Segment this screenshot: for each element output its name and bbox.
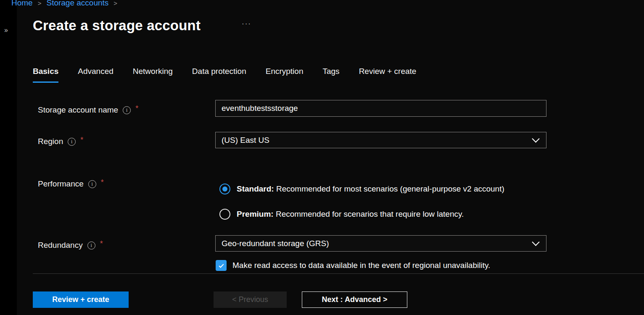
tab-basics[interactable]: Basics	[33, 64, 58, 83]
info-icon[interactable]	[68, 138, 76, 146]
info-icon[interactable]	[123, 106, 131, 114]
review-create-button[interactable]: Review + create	[33, 291, 129, 308]
radio-selected-icon[interactable]	[219, 184, 230, 194]
redundancy-selected-value: Geo-redundant storage (GRS)	[222, 239, 329, 248]
field-label-text: Storage account name	[38, 105, 118, 115]
breadcrumb-separator-icon: >	[113, 0, 117, 7]
expand-sidebar-icon[interactable]: »	[4, 26, 8, 34]
storage-account-name-label: Storage account name *	[38, 105, 138, 115]
collapsed-sidebar: »	[0, 0, 17, 315]
tab-data-protection[interactable]: Data protection	[192, 64, 246, 83]
tab-advanced[interactable]: Advanced	[78, 64, 113, 83]
performance-standard-option[interactable]: Standard: Recommended for most scenarios…	[219, 184, 504, 194]
breadcrumb: Home > Storage accounts >	[11, 0, 117, 8]
breadcrumb-home-link[interactable]: Home	[11, 0, 33, 8]
radio-option-label: Standard: Recommended for most scenarios…	[237, 184, 504, 194]
tab-review-create[interactable]: Review + create	[359, 64, 417, 83]
footer-divider	[33, 273, 644, 274]
next-advanced-button[interactable]: Next : Advanced >	[302, 291, 407, 308]
field-label-text: Region	[38, 137, 63, 146]
breadcrumb-separator-icon: >	[38, 0, 42, 7]
checkmark-icon	[218, 262, 225, 269]
page-title: Create a storage account	[33, 18, 201, 34]
radio-option-title: Standard:	[237, 184, 274, 193]
storage-account-name-input[interactable]	[215, 100, 546, 117]
more-options-icon[interactable]: ···	[242, 20, 251, 28]
performance-label: Performance *	[38, 179, 104, 189]
required-asterisk: *	[80, 136, 83, 144]
region-label: Region *	[38, 137, 83, 146]
info-icon[interactable]	[87, 242, 95, 249]
required-asterisk: *	[100, 239, 103, 248]
redundancy-dropdown[interactable]: Geo-redundant storage (GRS)	[215, 235, 546, 252]
read-access-checkbox-row[interactable]: Make read access to data available in th…	[216, 260, 490, 271]
breadcrumb-storage-accounts-link[interactable]: Storage accounts	[46, 0, 108, 8]
checkbox-label: Make read access to data available in th…	[232, 261, 490, 270]
region-dropdown[interactable]: (US) East US	[215, 132, 546, 148]
radio-option-description: Recommended for scenarios that require l…	[276, 210, 464, 218]
required-asterisk: *	[135, 104, 138, 113]
tab-encryption[interactable]: Encryption	[266, 64, 304, 83]
previous-button[interactable]: < Previous	[214, 291, 287, 308]
tab-bar: Basics Advanced Networking Data protecti…	[33, 64, 435, 83]
tab-tags[interactable]: Tags	[322, 64, 339, 83]
info-icon[interactable]	[88, 180, 96, 188]
chevron-down-icon	[532, 135, 539, 142]
checkbox-checked-icon[interactable]	[216, 260, 227, 271]
performance-premium-option[interactable]: Premium: Recommended for scenarios that …	[219, 209, 464, 220]
create-storage-account-page: » Home > Storage accounts > Create a sto…	[0, 0, 644, 315]
field-label-text: Redundancy	[38, 241, 83, 250]
region-selected-value: (US) East US	[222, 136, 269, 145]
radio-option-label: Premium: Recommended for scenarios that …	[237, 210, 464, 219]
radio-option-title: Premium:	[237, 210, 274, 218]
field-label-text: Performance	[38, 179, 84, 189]
redundancy-label: Redundancy *	[38, 241, 103, 250]
radio-unselected-icon[interactable]	[219, 209, 230, 220]
required-asterisk: *	[101, 178, 104, 187]
tab-networking[interactable]: Networking	[133, 64, 173, 83]
radio-option-description: Recommended for most scenarios (general-…	[276, 184, 504, 193]
chevron-down-icon	[532, 238, 539, 246]
